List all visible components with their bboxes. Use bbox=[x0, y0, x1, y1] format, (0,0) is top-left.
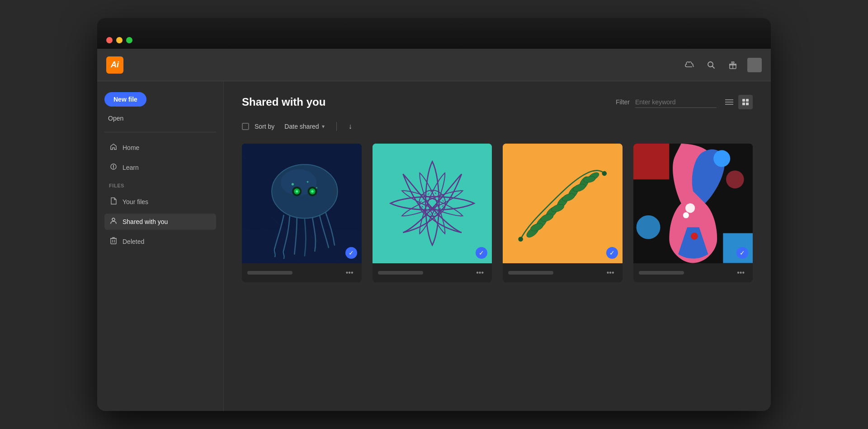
sort-divider bbox=[336, 122, 337, 131]
file-3-check-badge: ✓ bbox=[606, 247, 618, 259]
svg-point-34 bbox=[316, 187, 317, 189]
traffic-light-yellow[interactable] bbox=[116, 37, 123, 43]
svg-point-61 bbox=[726, 171, 744, 189]
sort-option-label: Date shared bbox=[284, 123, 319, 130]
sidebar-item-your-files-label: Your files bbox=[123, 198, 148, 205]
file-thumbnail-4: ✓ bbox=[633, 144, 753, 263]
file-2-check-badge: ✓ bbox=[476, 247, 487, 259]
app-chrome: Ai bbox=[97, 49, 771, 411]
svg-point-60 bbox=[636, 215, 660, 239]
title-bar-right bbox=[682, 58, 762, 72]
search-icon[interactable] bbox=[704, 58, 718, 72]
file-2-name bbox=[378, 271, 423, 275]
svg-rect-14 bbox=[742, 103, 745, 105]
file-thumbnail-1: ✓ bbox=[242, 144, 362, 263]
sidebar-item-your-files[interactable]: Your files bbox=[104, 194, 216, 210]
file-3-info: ••• bbox=[503, 263, 623, 282]
svg-point-28 bbox=[296, 190, 298, 192]
new-file-button[interactable]: New file bbox=[104, 92, 146, 107]
file-4-info: ••• bbox=[633, 263, 753, 282]
svg-point-55 bbox=[713, 150, 730, 167]
svg-point-5 bbox=[112, 218, 115, 221]
file-4-name bbox=[639, 271, 684, 275]
view-toggle bbox=[722, 95, 753, 109]
svg-point-62 bbox=[683, 212, 689, 218]
cloud-icon[interactable] bbox=[682, 58, 697, 72]
open-link[interactable]: Open bbox=[104, 112, 216, 125]
sort-direction-button[interactable]: ↓ bbox=[344, 120, 357, 133]
sidebar-item-home[interactable]: Home bbox=[104, 140, 216, 156]
file-1-info: ••• bbox=[242, 263, 362, 282]
file-4-check-badge: ✓ bbox=[736, 247, 748, 259]
shared-icon bbox=[109, 217, 118, 226]
list-view-button[interactable] bbox=[722, 95, 736, 109]
app-logo: Ai bbox=[106, 56, 123, 74]
sort-bar: Sort by Date shared ▾ ↓ bbox=[242, 120, 753, 133]
svg-point-52 bbox=[602, 171, 607, 176]
filter-input[interactable] bbox=[635, 97, 717, 108]
file-3-name bbox=[508, 271, 553, 275]
sidebar-item-shared-with-you[interactable]: Shared with you bbox=[104, 214, 216, 230]
filter-area: Filter bbox=[616, 95, 753, 109]
svg-rect-13 bbox=[746, 99, 749, 102]
select-all-checkbox[interactable] bbox=[242, 123, 249, 130]
avatar[interactable] bbox=[747, 58, 762, 72]
svg-rect-59 bbox=[723, 233, 753, 263]
sidebar-item-shared-label: Shared with you bbox=[123, 218, 168, 225]
sort-by-label: Sort by bbox=[255, 123, 274, 130]
screen-wrapper: Ai bbox=[97, 18, 771, 411]
main-layout: New file Open Home bbox=[97, 81, 771, 411]
file-card-1[interactable]: ✓ ••• bbox=[242, 144, 362, 282]
file-1-check-badge: ✓ bbox=[345, 247, 357, 259]
traffic-light-green[interactable] bbox=[126, 37, 132, 43]
file-3-more-button[interactable]: ••• bbox=[604, 268, 617, 278]
file-grid: ✓ ••• bbox=[242, 144, 753, 282]
filter-label: Filter bbox=[616, 98, 630, 106]
svg-rect-6 bbox=[111, 238, 116, 244]
content-header: Shared with you Filter bbox=[242, 95, 753, 109]
svg-point-56 bbox=[685, 203, 695, 213]
file-1-name bbox=[247, 271, 292, 275]
file-card-3[interactable]: ✓ ••• bbox=[503, 144, 623, 282]
title-bar: Ai bbox=[97, 49, 771, 81]
sort-dropdown[interactable]: Date shared ▾ bbox=[280, 121, 329, 132]
svg-point-31 bbox=[311, 190, 313, 192]
gift-icon[interactable] bbox=[726, 58, 740, 72]
sidebar-item-deleted[interactable]: Deleted bbox=[104, 233, 216, 250]
home-icon bbox=[109, 143, 118, 152]
traffic-lights bbox=[97, 37, 142, 49]
file-1-more-button[interactable]: ••• bbox=[343, 268, 356, 278]
your-files-icon bbox=[109, 197, 118, 206]
svg-point-32 bbox=[292, 183, 294, 185]
deleted-icon bbox=[109, 237, 118, 246]
grid-view-button[interactable] bbox=[738, 95, 753, 109]
file-4-more-button[interactable]: ••• bbox=[734, 268, 747, 278]
sidebar-item-learn[interactable]: Learn bbox=[104, 159, 216, 176]
sidebar-divider bbox=[104, 132, 216, 132]
sidebar-item-home-label: Home bbox=[123, 144, 139, 151]
file-2-more-button[interactable]: ••• bbox=[473, 268, 486, 278]
file-thumbnail-2: ✓ bbox=[373, 144, 492, 263]
sidebar: New file Open Home bbox=[97, 81, 224, 411]
svg-point-57 bbox=[690, 233, 698, 240]
page-title: Shared with you bbox=[242, 96, 326, 108]
svg-rect-12 bbox=[742, 99, 745, 102]
svg-rect-58 bbox=[633, 144, 669, 179]
learn-icon bbox=[109, 163, 118, 172]
content-area: Shared with you Filter bbox=[224, 81, 771, 411]
svg-point-53 bbox=[518, 237, 523, 242]
svg-rect-15 bbox=[746, 103, 749, 105]
traffic-light-red[interactable] bbox=[106, 37, 113, 43]
file-2-info: ••• bbox=[373, 263, 492, 282]
file-card-4[interactable]: ✓ ••• bbox=[633, 144, 753, 282]
top-bezel bbox=[97, 18, 771, 49]
sidebar-item-deleted-label: Deleted bbox=[123, 238, 144, 245]
svg-line-1 bbox=[712, 66, 715, 68]
file-card-2[interactable]: ✓ ••• bbox=[373, 144, 492, 282]
files-section-label: FILES bbox=[104, 179, 216, 190]
sidebar-item-learn-label: Learn bbox=[123, 164, 139, 171]
file-thumbnail-3: ✓ bbox=[503, 144, 623, 263]
svg-point-33 bbox=[307, 181, 308, 183]
sort-chevron-icon: ▾ bbox=[322, 123, 325, 130]
